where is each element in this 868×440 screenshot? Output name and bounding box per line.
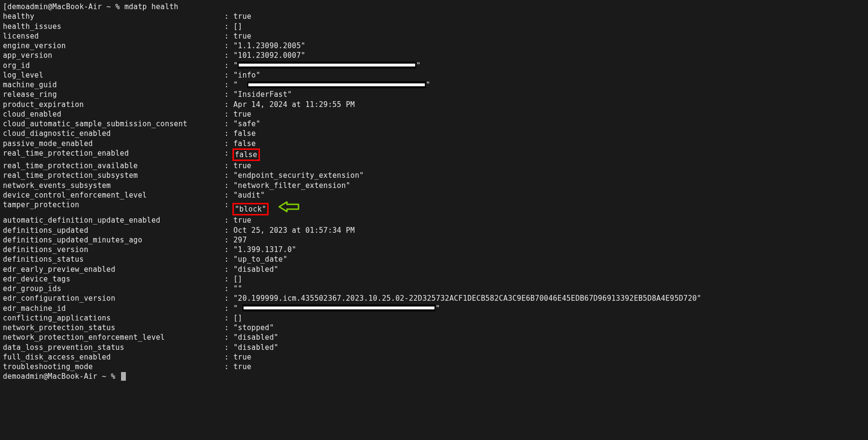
redacted-value — [238, 62, 416, 68]
output-value: "info" — [233, 70, 260, 80]
output-value: false — [233, 148, 260, 161]
output-key: cloud_diagnostic_enabled — [3, 129, 220, 138]
output-row: real_time_protection_subsystem : "endpoi… — [3, 171, 865, 180]
output-separator: : — [220, 129, 233, 138]
redacted-value — [247, 81, 426, 88]
output-value: false — [233, 139, 256, 148]
output-key: device_control_enforcement_level — [3, 190, 220, 200]
output-key: app_version — [3, 51, 220, 60]
output-value: "endpoint_security_extension" — [233, 171, 364, 180]
terminal-prompt-line-end[interactable]: demoadmin@MacBook-Air ~ % — [3, 372, 865, 381]
output-separator: : — [220, 200, 233, 215]
prompt-userhost: demoadmin@MacBook-Air — [7, 2, 102, 11]
output-value: Apr 14, 2024 at 11:29:55 PM — [233, 100, 355, 109]
output-row: app_version : "101.23092.0007" — [3, 51, 865, 60]
output-separator: : — [220, 284, 233, 293]
output-row: real_time_protection_available : true — [3, 161, 865, 171]
highlight-box: false — [232, 148, 260, 161]
output-row: network_protection_status : "stopped" — [3, 323, 865, 333]
output-separator: : — [220, 323, 233, 333]
output-key: cloud_enabled — [3, 109, 220, 119]
output-separator: : — [220, 61, 233, 70]
output-separator: : — [220, 215, 233, 225]
output-separator: : — [220, 245, 233, 254]
output-separator: : — [220, 293, 233, 303]
output-key: real_time_protection_available — [3, 161, 220, 171]
output-separator: : — [220, 235, 233, 245]
output-row: machine_guid : "" — [3, 80, 865, 90]
output-key: log_level — [3, 70, 220, 80]
output-value: [] — [233, 22, 243, 31]
output-key: real_time_protection_subsystem — [3, 171, 220, 180]
prompt-bracket: [ — [3, 2, 7, 11]
output-value: "safe" — [233, 119, 260, 129]
output-row: edr_device_tags : [] — [3, 274, 865, 284]
output-value: [] — [233, 313, 243, 323]
output-row: healthy : true — [3, 12, 865, 21]
highlight-box: "block" — [232, 203, 269, 215]
output-separator: : — [220, 148, 233, 161]
output-row: data_loss_prevention_status : "disabled" — [3, 343, 865, 352]
output-separator: : — [220, 343, 233, 352]
output-row: real_time_protection_enabled : false — [3, 148, 865, 161]
output-row: conflicting_applications : [] — [3, 313, 865, 323]
prompt-command: mdatp health — [124, 2, 178, 11]
output-separator: : — [220, 352, 233, 362]
output-row: edr_machine_id : "" — [3, 304, 865, 313]
output-key: network_protection_enforcement_level — [3, 333, 220, 342]
output-key: machine_guid — [3, 80, 220, 90]
output-row: definitions_status : "up_to_date" — [3, 254, 865, 264]
output-separator: : — [220, 90, 233, 99]
output-value: "1.1.23090.2005" — [233, 41, 305, 51]
output-row: edr_group_ids : "" — [3, 284, 865, 293]
output-key: automatic_definition_update_enabled — [3, 215, 220, 225]
output-row: release_ring : "InsiderFast" — [3, 90, 865, 99]
output-separator: : — [220, 274, 233, 284]
output-key: licensed — [3, 31, 220, 41]
output-row: cloud_enabled : true — [3, 109, 865, 119]
output-value: true — [233, 31, 251, 41]
output-key: edr_configuration_version — [3, 293, 220, 303]
output-row: full_disk_access_enabled : true — [3, 352, 865, 362]
output-separator: : — [220, 100, 233, 109]
output-value: "" — [233, 61, 421, 70]
output-key: edr_device_tags — [3, 274, 220, 284]
output-row: org_id : "" — [3, 61, 865, 70]
output-key: passive_mode_enabled — [3, 139, 220, 148]
output-key: edr_early_preview_enabled — [3, 265, 220, 274]
output-separator: : — [220, 171, 233, 180]
output-key: engine_version — [3, 41, 220, 51]
prompt-sep: ~ % — [97, 372, 120, 381]
output-value-trailing: " — [435, 304, 440, 313]
output-separator: : — [220, 139, 233, 148]
output-key: troubleshooting_mode — [3, 362, 220, 372]
output-key: product_expiration — [3, 100, 220, 109]
output-value: "audit" — [233, 190, 265, 200]
output-row: automatic_definition_update_enabled : tr… — [3, 215, 865, 225]
output-row: health_issues : [] — [3, 22, 865, 31]
output-separator: : — [220, 254, 233, 264]
output-value: "1.399.1317.0" — [233, 245, 297, 254]
output-key: network_events_subsystem — [3, 181, 220, 190]
output-separator: : — [220, 80, 233, 90]
output-separator: : — [220, 161, 233, 171]
output-separator: : — [220, 265, 233, 274]
output-separator: : — [220, 109, 233, 119]
output-row: device_control_enforcement_level : "audi… — [3, 190, 865, 200]
output-value: "InsiderFast" — [233, 90, 292, 99]
output-row: licensed : true — [3, 31, 865, 41]
terminal-prompt-line: [demoadmin@MacBook-Air ~ % mdatp health — [3, 2, 865, 12]
output-key: conflicting_applications — [3, 313, 220, 323]
output-row: definitions_updated : Oct 25, 2023 at 01… — [3, 226, 865, 235]
output-key: definitions_updated — [3, 226, 220, 235]
output-value: "disabled" — [233, 333, 278, 342]
output-value: true — [233, 109, 251, 119]
output-value: "block" — [233, 200, 299, 215]
output-value: "" — [233, 80, 431, 90]
output-row: definitions_version : "1.399.1317.0" — [3, 245, 865, 254]
output-separator: : — [220, 41, 233, 51]
prompt-sep: ~ % — [102, 2, 124, 11]
output-rows: healthy : truehealth_issues : []licensed… — [3, 12, 865, 372]
output-separator: : — [220, 22, 233, 31]
output-value: "101.23092.0007" — [233, 51, 305, 60]
